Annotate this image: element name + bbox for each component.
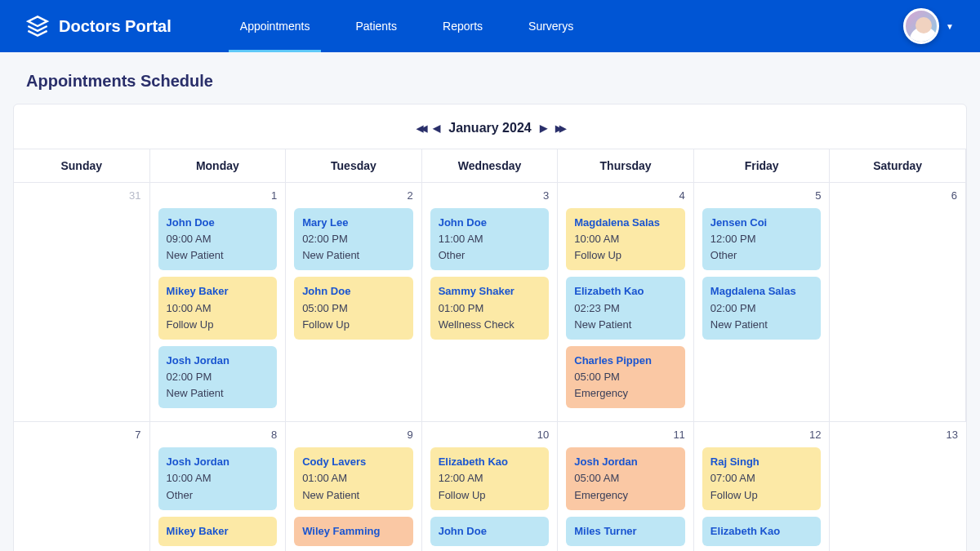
calendar-cell: 31 — [14, 183, 150, 422]
nav-reports[interactable]: Reports — [420, 0, 506, 52]
user-menu[interactable]: ▼ — [903, 8, 954, 44]
appointment-type: Other — [439, 247, 541, 264]
appointment-type: New Patient — [710, 317, 813, 333]
appointment-type: Follow Up — [574, 247, 677, 264]
day-number: 7 — [22, 429, 141, 441]
day-header: Saturday — [830, 149, 966, 183]
appointment-name: Jensen Coi — [710, 215, 813, 231]
appointment-card[interactable]: Josh Jordan05:00 AMEmergency — [566, 447, 685, 509]
appointment-name: Magdalena Salas — [574, 215, 677, 231]
appointment-card[interactable]: Cody Lavers01:00 AMNew Patient — [294, 447, 413, 509]
calendar-cell: 11Josh Jordan05:00 AMEmergencyMiles Turn… — [558, 422, 694, 551]
day-header: Thursday — [558, 149, 694, 183]
next-year-button[interactable]: ▶▶ — [555, 123, 564, 134]
calendar-cell: 1John Doe09:00 AMNew PatientMikey Baker1… — [150, 183, 287, 422]
appointment-card[interactable]: Magdalena Salas10:00 AMFollow Up — [566, 208, 685, 270]
appointment-type: Wellness Check — [439, 317, 541, 333]
appointment-name: Raj Singh — [710, 454, 813, 470]
calendar-cell: 3John Doe11:00 AMOtherSammy Shaker01:00 … — [422, 183, 559, 422]
appointment-card[interactable]: Mary Lee02:00 PMNew Patient — [294, 208, 413, 270]
appointment-card[interactable]: John Doe05:00 PMFollow Up — [294, 277, 413, 339]
appointment-type: Follow Up — [710, 487, 813, 504]
appointment-name: Josh Jordan — [574, 454, 677, 470]
appointment-card[interactable]: Elizabeth Kao02:23 PMNew Patient — [566, 277, 685, 339]
calendar-cell: 4Magdalena Salas10:00 AMFollow UpElizabe… — [558, 183, 694, 422]
appointment-name: Magdalena Salas — [710, 283, 813, 300]
appointment-time: 07:00 AM — [710, 470, 813, 487]
appointment-time: 12:00 AM — [439, 470, 541, 487]
chevron-down-icon: ▼ — [946, 22, 954, 31]
appointment-card[interactable]: Elizabeth Kao12:00 AMFollow Up — [430, 447, 550, 509]
appointment-name: Sammy Shaker — [439, 283, 541, 300]
appointment-time: 10:00 AM — [167, 300, 270, 317]
calendar-cell: 2Mary Lee02:00 PMNew PatientJohn Doe05:0… — [286, 183, 422, 422]
nav-patients[interactable]: Patients — [332, 0, 420, 52]
calendar-cell: 5Jensen Coi12:00 PMOtherMagdalena Salas0… — [694, 183, 831, 422]
appointment-time: 05:00 PM — [574, 369, 677, 385]
appointment-time: 10:00 AM — [574, 231, 677, 247]
appointment-card[interactable]: Mikey Baker — [158, 517, 278, 546]
appointment-card[interactable]: Raj Singh07:00 AMFollow Up — [702, 447, 822, 509]
header: Doctors Portal Appointments Patients Rep… — [0, 0, 980, 52]
day-number: 4 — [566, 189, 685, 202]
nav: Appointments Patients Reports Surverys — [217, 0, 596, 52]
appointment-name: John Doe — [167, 215, 270, 231]
appointment-name: Miles Turner — [574, 523, 677, 540]
day-number: 9 — [294, 429, 413, 441]
appointment-name: Mikey Baker — [167, 523, 270, 540]
appointment-time: 01:00 AM — [302, 470, 405, 487]
appointment-card[interactable]: Mikey Baker10:00 AMFollow Up — [158, 277, 278, 339]
calendar-card: ◀◀ ◀ January 2024 ▶ ▶▶ SundayMondayTuesd… — [13, 104, 967, 551]
appointment-card[interactable]: Wiley Famming — [294, 517, 413, 546]
appointment-type: Follow Up — [167, 317, 270, 333]
appointment-time: 11:00 AM — [439, 231, 541, 247]
day-number: 5 — [702, 189, 822, 202]
appointment-name: Josh Jordan — [167, 454, 270, 470]
day-number: 11 — [566, 429, 685, 441]
appointment-type: Follow Up — [302, 317, 405, 333]
day-header: Tuesday — [286, 149, 422, 183]
calendar-grid: SundayMondayTuesdayWednesdayThursdayFrid… — [14, 149, 966, 551]
calendar-cell: 13 — [830, 422, 966, 551]
appointment-name: Josh Jordan — [167, 353, 270, 369]
appointment-time: 02:23 PM — [574, 300, 677, 317]
appointment-type: New Patient — [167, 247, 270, 264]
appointment-card[interactable]: Jensen Coi12:00 PMOther — [702, 208, 822, 270]
appointment-card[interactable]: Miles Turner — [566, 517, 685, 546]
day-number: 31 — [22, 189, 141, 202]
appointment-time: 05:00 AM — [574, 470, 677, 487]
avatar — [903, 8, 939, 44]
appointment-card[interactable]: Magdalena Salas02:00 PMNew Patient — [702, 277, 822, 339]
appointment-time: 12:00 PM — [710, 231, 813, 247]
prev-year-button[interactable]: ◀◀ — [416, 123, 425, 134]
appointment-card[interactable]: John Doe — [430, 517, 550, 546]
nav-appointments[interactable]: Appointments — [217, 0, 333, 52]
prev-month-button[interactable]: ◀ — [433, 122, 440, 134]
calendar-nav: ◀◀ ◀ January 2024 ▶ ▶▶ — [14, 121, 966, 136]
appointment-name: Elizabeth Kao — [574, 283, 677, 300]
nav-surveys[interactable]: Surverys — [506, 0, 596, 52]
appointment-card[interactable]: Sammy Shaker01:00 PMWellness Check — [430, 277, 550, 339]
appointment-card[interactable]: Josh Jordan02:00 PMNew Patient — [158, 346, 278, 408]
day-number: 2 — [294, 189, 413, 202]
appointment-card[interactable]: John Doe11:00 AMOther — [430, 208, 550, 270]
day-number: 10 — [430, 429, 550, 441]
day-header: Wednesday — [422, 149, 559, 183]
appointment-card[interactable]: Josh Jordan10:00 AMOther — [158, 447, 278, 509]
appointment-name: Charles Pippen — [574, 353, 677, 369]
appointment-type: Emergency — [574, 487, 677, 504]
day-number: 13 — [838, 429, 958, 441]
appointment-name: Mikey Baker — [167, 283, 270, 300]
appointment-name: Mary Lee — [302, 215, 405, 231]
calendar-cell: 6 — [830, 183, 966, 422]
appointment-card[interactable]: Charles Pippen05:00 PMEmergency — [566, 346, 685, 408]
appointment-time: 02:00 PM — [167, 369, 270, 385]
appointment-time: 09:00 AM — [167, 231, 270, 247]
next-month-button[interactable]: ▶ — [540, 122, 547, 134]
appointment-name: Wiley Famming — [302, 523, 405, 540]
appointment-card[interactable]: John Doe09:00 AMNew Patient — [158, 208, 278, 270]
brand[interactable]: Doctors Portal — [26, 15, 172, 38]
page-title: Appointments Schedule — [0, 52, 980, 104]
day-header: Monday — [150, 149, 287, 183]
appointment-card[interactable]: Elizabeth Kao — [702, 517, 822, 546]
